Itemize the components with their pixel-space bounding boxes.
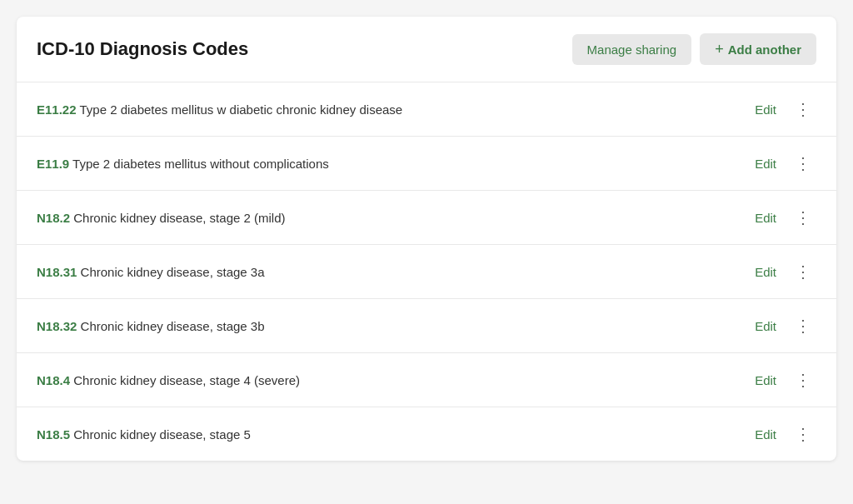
more-options-button[interactable]: ⋮ xyxy=(790,422,816,446)
diagnosis-text: E11.22 Type 2 diabetes mellitus w diabet… xyxy=(37,102,748,117)
more-options-button[interactable]: ⋮ xyxy=(790,368,816,392)
more-options-button[interactable]: ⋮ xyxy=(790,206,816,229)
diagnosis-code: N18.2 xyxy=(37,211,70,225)
manage-sharing-button[interactable]: Manage sharing xyxy=(572,34,692,65)
item-actions: Edit ⋮ xyxy=(748,152,816,175)
diagnosis-text: N18.32 Chronic kidney disease, stage 3b xyxy=(37,319,748,333)
diagnosis-code: N18.4 xyxy=(37,373,70,387)
diagnosis-text: N18.31 Chronic kidney disease, stage 3a xyxy=(37,265,748,279)
icd-codes-card: ICD-10 Diagnosis Codes Manage sharing + … xyxy=(17,17,836,461)
more-options-button[interactable]: ⋮ xyxy=(790,97,816,121)
edit-button[interactable]: Edit xyxy=(748,153,783,174)
item-actions: Edit ⋮ xyxy=(748,314,816,337)
diagnosis-text: E11.9 Type 2 diabetes mellitus without c… xyxy=(37,157,748,171)
card-header: ICD-10 Diagnosis Codes Manage sharing + … xyxy=(17,17,836,82)
edit-button[interactable]: Edit xyxy=(748,370,783,391)
diagnosis-item: E11.22 Type 2 diabetes mellitus w diabet… xyxy=(17,82,836,137)
diagnosis-description: Chronic kidney disease, stage 5 xyxy=(73,427,251,442)
diagnosis-description: Chronic kidney disease, stage 3a xyxy=(81,265,265,279)
diagnosis-list: E11.22 Type 2 diabetes mellitus w diabet… xyxy=(17,82,836,461)
diagnosis-description: Chronic kidney disease, stage 2 (mild) xyxy=(73,211,285,225)
diagnosis-description: Chronic kidney disease, stage 4 (severe) xyxy=(73,373,300,387)
item-actions: Edit ⋮ xyxy=(748,260,816,283)
add-another-label: Add another xyxy=(728,42,801,57)
edit-button[interactable]: Edit xyxy=(748,99,783,120)
item-actions: Edit ⋮ xyxy=(748,97,816,121)
header-actions: Manage sharing + Add another xyxy=(572,33,816,65)
plus-icon: + xyxy=(715,42,724,57)
diagnosis-item: N18.2 Chronic kidney disease, stage 2 (m… xyxy=(17,191,836,245)
edit-button[interactable]: Edit xyxy=(748,424,783,445)
more-options-button[interactable]: ⋮ xyxy=(790,260,816,283)
diagnosis-description: Chronic kidney disease, stage 3b xyxy=(81,319,265,333)
more-options-button[interactable]: ⋮ xyxy=(790,152,816,175)
diagnosis-text: N18.4 Chronic kidney disease, stage 4 (s… xyxy=(37,373,748,387)
diagnosis-item: N18.31 Chronic kidney disease, stage 3a … xyxy=(17,245,836,299)
diagnosis-item: N18.5 Chronic kidney disease, stage 5 Ed… xyxy=(17,407,836,461)
diagnosis-description: Type 2 diabetes mellitus without complic… xyxy=(72,157,329,171)
diagnosis-item: E11.9 Type 2 diabetes mellitus without c… xyxy=(17,137,836,191)
item-actions: Edit ⋮ xyxy=(748,206,816,229)
diagnosis-item: N18.32 Chronic kidney disease, stage 3b … xyxy=(17,299,836,353)
diagnosis-code: E11.9 xyxy=(37,157,69,171)
diagnosis-item: N18.4 Chronic kidney disease, stage 4 (s… xyxy=(17,353,836,407)
more-options-button[interactable]: ⋮ xyxy=(790,314,816,337)
diagnosis-description: Type 2 diabetes mellitus w diabetic chro… xyxy=(79,102,402,117)
edit-button[interactable]: Edit xyxy=(748,207,783,228)
edit-button[interactable]: Edit xyxy=(748,316,783,337)
diagnosis-text: N18.5 Chronic kidney disease, stage 5 xyxy=(37,427,748,442)
add-another-button[interactable]: + Add another xyxy=(700,33,816,65)
diagnosis-code: N18.5 xyxy=(37,427,70,442)
item-actions: Edit ⋮ xyxy=(748,368,816,392)
diagnosis-text: N18.2 Chronic kidney disease, stage 2 (m… xyxy=(37,211,748,225)
diagnosis-code: N18.31 xyxy=(37,265,77,279)
item-actions: Edit ⋮ xyxy=(748,422,816,446)
page-title: ICD-10 Diagnosis Codes xyxy=(37,38,248,60)
edit-button[interactable]: Edit xyxy=(748,262,783,282)
diagnosis-code: N18.32 xyxy=(37,319,77,333)
diagnosis-code: E11.22 xyxy=(37,102,77,117)
